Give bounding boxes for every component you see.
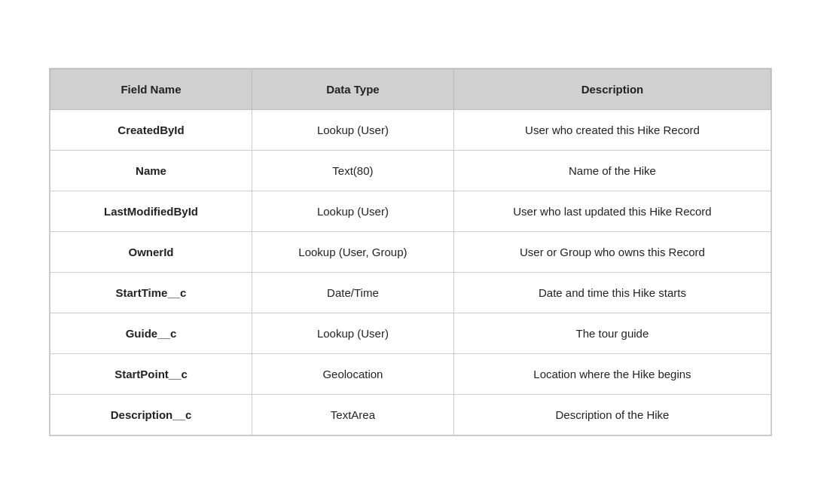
cell-field-name: Guide__c (50, 313, 252, 354)
cell-data-type: Date/Time (252, 273, 453, 313)
data-table: Field Name Data Type Description Created… (49, 68, 772, 436)
cell-data-type: Lookup (User) (252, 110, 453, 151)
table-row: StartTime__cDate/TimeDate and time this … (50, 273, 771, 313)
cell-field-name: Description__c (50, 395, 252, 435)
table-row: OwnerIdLookup (User, Group)User or Group… (50, 232, 771, 273)
cell-field-name: StartPoint__c (50, 354, 252, 395)
cell-description: Location where the Hike begins (453, 354, 771, 395)
table-row: Description__cTextAreaDescription of the… (50, 395, 771, 435)
table-row: CreatedByIdLookup (User)User who created… (50, 110, 771, 151)
cell-description: The tour guide (453, 313, 771, 354)
cell-description: User or Group who owns this Record (453, 232, 771, 273)
table-header-row: Field Name Data Type Description (50, 69, 771, 110)
table-row: Guide__cLookup (User)The tour guide (50, 313, 771, 354)
cell-field-name: LastModifiedById (50, 191, 252, 232)
cell-data-type: Geolocation (252, 354, 453, 395)
table-row: NameText(80)Name of the Hike (50, 151, 771, 191)
cell-description: Date and time this Hike starts (453, 273, 771, 313)
cell-field-name: OwnerId (50, 232, 252, 273)
header-description: Description (453, 69, 771, 110)
cell-description: User who created this Hike Record (453, 110, 771, 151)
cell-description: User who last updated this Hike Record (453, 191, 771, 232)
cell-description: Description of the Hike (453, 395, 771, 435)
header-data-type: Data Type (252, 69, 453, 110)
cell-data-type: Lookup (User, Group) (252, 232, 453, 273)
cell-field-name: CreatedById (50, 110, 252, 151)
header-field-name: Field Name (50, 69, 252, 110)
cell-field-name: Name (50, 151, 252, 191)
table-row: StartPoint__cGeolocationLocation where t… (50, 354, 771, 395)
cell-data-type: Lookup (User) (252, 313, 453, 354)
cell-data-type: TextArea (252, 395, 453, 435)
cell-field-name: StartTime__c (50, 273, 252, 313)
cell-data-type: Lookup (User) (252, 191, 453, 232)
cell-description: Name of the Hike (453, 151, 771, 191)
cell-data-type: Text(80) (252, 151, 453, 191)
table-row: LastModifiedByIdLookup (User)User who la… (50, 191, 771, 232)
